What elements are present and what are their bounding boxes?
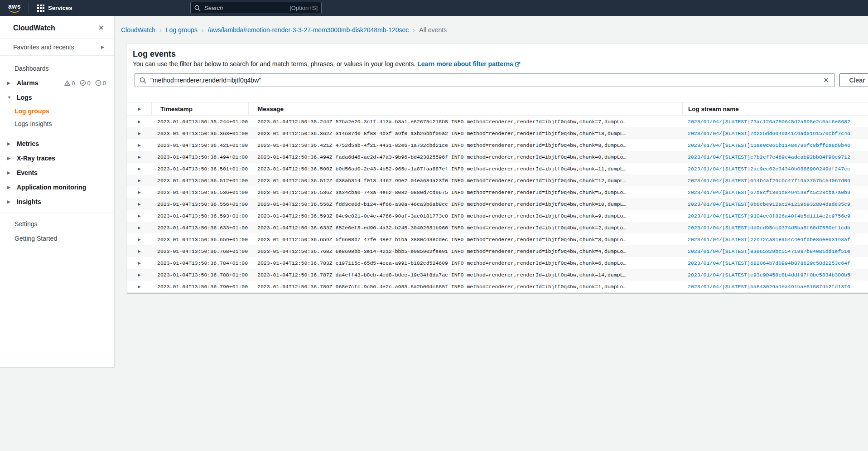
log-stream-link[interactable]: 2023/01/04/[$LATEST]ba843029a1ea491bae51… <box>688 284 850 290</box>
settings-label: Settings <box>14 220 38 228</box>
log-event-row: ▶2023-01-04T13:50:36.768+01:002023-01-04… <box>127 245 868 257</box>
expand-row-button[interactable]: ▶ <box>127 273 151 277</box>
timestamp-cell: 2023-01-04T13:50:36.501+01:00 <box>151 166 248 172</box>
expand-row-button[interactable]: ▶ <box>127 202 151 206</box>
aws-logo[interactable]: aws <box>7 4 22 13</box>
table-header-row: ▶ Timestamp Message Log stream name <box>127 102 868 116</box>
log-event-row: ▶2023-01-04T13:50:36.363+01:002023-01-04… <box>127 127 868 139</box>
chevron-right-icon: ▶ <box>138 107 140 111</box>
breadcrumb-separator: › <box>159 26 162 34</box>
log-event-row: ▶2023-01-04T13:50:36.784+01:002023-01-04… <box>127 257 868 269</box>
global-search-input[interactable] <box>204 5 289 11</box>
sidebar-item-getting-started[interactable]: Getting Started <box>0 231 114 246</box>
timestamp-cell: 2023-01-04T13:50:36.633+01:00 <box>151 225 248 231</box>
sidebar-item-application-monitoring[interactable]: ▶ Application monitoring <box>0 180 114 194</box>
sidebar-item-settings[interactable]: Settings <box>0 217 114 231</box>
filter-pattern-input[interactable] <box>150 77 819 84</box>
log-stream-link[interactable]: 2023/01/04/[$LATEST]c93c90458e8b4ddf97f0… <box>688 272 850 278</box>
expand-row-button[interactable]: ▶ <box>127 131 151 136</box>
message-cell: 2023-01-04T12:50:36.659Z 5f6608b7-47fe-4… <box>248 237 682 242</box>
log-stream-link[interactable]: 2023/01/04/[$LATEST]2ac9ec62e34340b08669… <box>688 166 850 172</box>
log-stream-link[interactable]: 2023/01/04/[$LATEST]11ae0c061b1148e780fc… <box>688 142 850 148</box>
log-stream-cell: 2023/01/04/[$LATEST]ba843029a1ea491bae51… <box>682 284 868 290</box>
clear-button[interactable]: Clear <box>839 73 868 87</box>
log-stream-cell: 2023/01/04/[$LATEST]2ac9ec62e34340b08669… <box>682 166 868 172</box>
in-alarm-badge: 0 <box>64 80 75 87</box>
sidebar-item-alarms[interactable]: ▶ Alarms 0 0 <box>0 76 114 90</box>
table-body: ▶2023-01-04T13:50:35.244+01:002023-01-04… <box>127 116 868 293</box>
log-stream-link[interactable]: 2023/01/04/[$LATEST]22c72ca31ea54c4e9fdb… <box>688 237 850 242</box>
log-stream-link[interactable]: 2023/01/04/[$LATEST]682064b7d0994b878629… <box>688 260 850 266</box>
log-stream-link[interactable]: 2023/01/04/[$LATEST]614b4af29cbc47f19a37… <box>688 178 850 184</box>
breadcrumb-log-groups[interactable]: Log groups <box>166 26 198 34</box>
chevron-right-icon: ▶ <box>138 214 140 218</box>
log-stream-link[interactable]: 2023/01/04/[$LATEST]c7b2ef7e469c4adcab92… <box>688 154 850 160</box>
services-menu-button[interactable]: Services <box>34 5 75 12</box>
expand-row-button[interactable]: ▶ <box>127 155 151 159</box>
clear-filter-x-icon[interactable]: ✕ <box>823 77 829 83</box>
sidebar-item-dashboards[interactable]: Dashboards <box>0 61 114 76</box>
log-stream-cell: 2023/01/04/[$LATEST]c93c90458e8b4ddf97f0… <box>682 272 868 278</box>
column-header-message[interactable]: Message <box>248 102 682 115</box>
breadcrumb-log-group[interactable]: /aws/lambda/remotion-render-3-3-27-mem30… <box>208 26 409 34</box>
logs-label: Logs <box>17 94 32 101</box>
log-stream-link[interactable]: 2023/01/04/[$LATEST]dd9cd95cc9374d5ba8f6… <box>688 225 850 231</box>
sidebar-item-events[interactable]: ▶ Events <box>0 165 114 180</box>
search-icon <box>140 77 146 84</box>
alarms-label: Alarms <box>17 79 38 87</box>
expand-row-button[interactable]: ▶ <box>127 238 151 242</box>
expand-row-button[interactable]: ▶ <box>127 214 151 218</box>
timestamp-cell: 2023-01-04T13:50:36.790+01:00 <box>151 284 248 290</box>
chevron-right-icon: ▶ <box>138 155 140 159</box>
events-label: Events <box>17 169 38 176</box>
message-cell: 2023-01-04T12:50:36.593Z 84c9e821-0e4e-4… <box>248 213 682 219</box>
chevron-right-icon: ▶ <box>7 81 10 85</box>
expand-row-button[interactable]: ▶ <box>127 120 151 124</box>
sidebar-close-icon[interactable]: ✕ <box>98 24 104 32</box>
log-event-row: ▶2023-01-04T13:50:36.501+01:002023-01-04… <box>127 163 868 175</box>
breadcrumb-cloudwatch[interactable]: CloudWatch <box>121 26 155 34</box>
sidebar-item-logs[interactable]: ▼ Logs <box>0 90 114 105</box>
expand-row-button[interactable]: ▶ <box>127 249 151 253</box>
description-text: You can use the filter bar below to sear… <box>133 60 415 68</box>
sidebar-item-favorites[interactable]: Favorites and recents ▶ <box>0 39 114 55</box>
message-cell: 2023-01-04T12:50:36.362Z 314687d0-8f83-4… <box>248 131 682 136</box>
expand-all-button[interactable]: ▶ <box>127 102 151 115</box>
log-stream-cell: 2023/01/04/[$LATEST]c7b2ef7e469c4adcab92… <box>682 154 868 160</box>
filter-bar: ✕ Clear <box>135 73 868 87</box>
favorites-label: Favorites and recents <box>13 44 74 51</box>
expand-row-button[interactable]: ▶ <box>127 190 151 194</box>
global-search-box[interactable]: [Option+S] <box>190 2 322 14</box>
log-stream-link[interactable]: 2023/01/04/[$LATEST]9104ec8f826a40f4b5d1… <box>688 213 850 219</box>
log-stream-link[interactable]: 2023/01/04/[$LATEST]0b6cbe912ac241219693… <box>688 201 850 207</box>
log-stream-link[interactable]: 2023/01/04/[$LATEST]83965329bc55471987b8… <box>688 248 850 254</box>
sidebar-item-metrics[interactable]: ▶ Metrics <box>0 136 114 151</box>
learn-more-link[interactable]: Learn more about filter patterns <box>417 60 513 68</box>
timestamp-cell: 2023-01-04T13:50:36.512+01:00 <box>151 178 248 184</box>
sidebar-item-log-groups[interactable]: Log groups <box>0 105 114 117</box>
log-stream-cell: 2023/01/04/[$LATEST]67d8cf1301d8494198fc… <box>682 189 868 195</box>
sidebar-item-xray-traces[interactable]: ▶ X-Ray traces <box>0 151 114 165</box>
chevron-right-icon: ▶ <box>7 185 10 189</box>
expand-row-button[interactable]: ▶ <box>127 179 151 183</box>
expand-row-button[interactable]: ▶ <box>127 226 151 230</box>
expand-row-button[interactable]: ▶ <box>127 261 151 265</box>
timestamp-cell: 2023-01-04T13:50:36.363+01:00 <box>151 131 248 136</box>
breadcrumb: CloudWatch › Log groups › /aws/lambda/re… <box>115 16 868 34</box>
message-cell: 2023-01-04T12:50:36.536Z 3a34cba0-743a-4… <box>248 189 682 195</box>
log-stream-link[interactable]: 2023/01/04/[$LATEST]67d8cf1301d8494198fc… <box>688 189 850 195</box>
sidebar-item-insights[interactable]: ▶ Insights <box>0 194 114 209</box>
message-cell: 2023-01-04T12:50:36.421Z 4752d5ab-4f21-4… <box>248 142 682 148</box>
column-header-log-stream-name[interactable]: Log stream name <box>682 102 868 115</box>
expand-row-button[interactable]: ▶ <box>127 167 151 171</box>
expand-row-button[interactable]: ▶ <box>127 285 151 289</box>
log-stream-link[interactable]: 2023/01/04/[$LATEST]7d225dd6949a41c9ad01… <box>688 131 850 136</box>
expand-row-button[interactable]: ▶ <box>127 143 151 147</box>
column-header-timestamp[interactable]: Timestamp <box>151 102 248 115</box>
log-stream-link[interactable]: 2023/01/04/[$LATEST]73ac126a750645d2a595… <box>688 119 850 125</box>
log-event-row: ▶2023-01-04T13:50:36.494+01:002023-01-04… <box>127 151 868 163</box>
sidebar-item-logs-insights[interactable]: Logs Insights <box>0 117 114 130</box>
filter-input-box[interactable]: ✕ <box>135 73 835 87</box>
log-event-row: ▶2023-01-04T13:50:36.659+01:002023-01-04… <box>127 233 868 245</box>
log-stream-cell: 2023/01/04/[$LATEST]614b4af29cbc47f19a37… <box>682 178 868 184</box>
